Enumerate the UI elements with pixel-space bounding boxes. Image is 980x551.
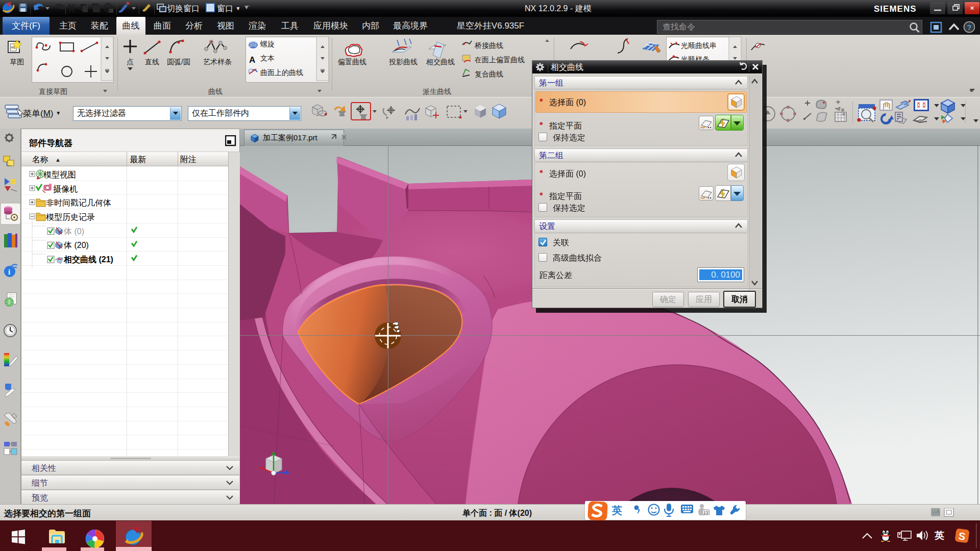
svg-text:13: 13	[703, 510, 708, 515]
svg-text:?: ?	[967, 23, 971, 32]
svg-text:英: 英	[611, 505, 622, 516]
svg-text:A: A	[249, 55, 255, 65]
svg-text:英: 英	[934, 530, 944, 541]
svg-text:i: i	[8, 268, 10, 276]
